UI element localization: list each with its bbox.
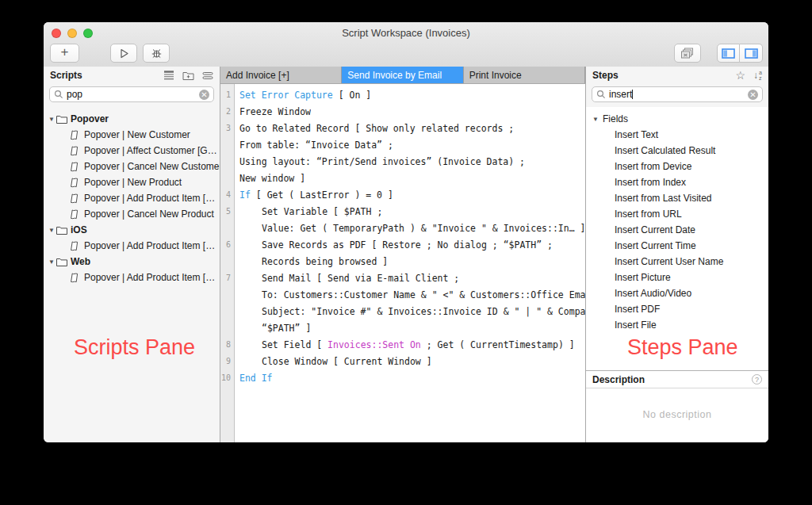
line-number: 6 (220, 240, 234, 249)
steps-header-icons: ☆ ↓ az (736, 70, 762, 81)
editor-line[interactable]: Using layout: “Print/Send invoices” (Inv… (220, 153, 585, 170)
toggle-right-pane-button[interactable] (740, 44, 763, 63)
step-item[interactable]: Insert Current Time (586, 238, 768, 254)
line-code: Freeze Window (234, 106, 311, 117)
editor-line[interactable]: 1Set Error Capture [ On ] (220, 86, 585, 103)
run-script-button[interactable] (110, 44, 137, 63)
editor-line[interactable]: 2Freeze Window (220, 103, 585, 120)
tree-script-row[interactable]: Popover | Add Product Item [… (44, 238, 220, 254)
line-number: 7 (220, 274, 234, 282)
tree-script-row[interactable]: Popover | Cancel New Product (44, 206, 220, 222)
step-item-label: Insert from Device (615, 161, 691, 172)
script-icon (69, 162, 80, 172)
script-icon (69, 178, 80, 188)
tree-script-row[interactable]: Popover | Affect Customer [G… (44, 143, 220, 159)
window-title: Script Workspace (Invoices) (44, 27, 768, 39)
tree-script-row[interactable]: Popover | New Customer (44, 127, 220, 143)
line-code: Go to Related Record [ Show only related… (234, 123, 514, 134)
step-item[interactable]: Insert from Device (586, 159, 768, 174)
clear-search-icon[interactable]: ✕ (199, 90, 209, 100)
disclosure-open-icon[interactable]: ▼ (48, 258, 56, 266)
tree-script-row[interactable]: Popover | Add Product Item [… (44, 190, 220, 206)
description-header: Description ? (586, 371, 768, 388)
script-workspace-window: Script Workspace (Invoices) + (44, 22, 768, 442)
scripts-search-input[interactable]: pop ✕ (49, 86, 214, 102)
step-item[interactable]: Insert from URL (586, 206, 768, 222)
step-item[interactable]: Insert Text (586, 127, 768, 143)
line-code: Records being browsed ] (234, 256, 388, 267)
view-options-icon[interactable] (202, 71, 213, 80)
editor-line[interactable]: 8Set Field [ Invoices::Sent On ; Get ( C… (220, 336, 585, 353)
tree-script-row[interactable]: Popover | Add Product Item [… (44, 270, 220, 285)
editor-line[interactable]: Subject: "Invoice #" & Invoices::Invoice… (220, 303, 585, 319)
description-title: Description (592, 374, 645, 385)
editor-line[interactable]: To: Customers::Customer Name & " <" & Cu… (220, 286, 585, 303)
list-view-icon[interactable] (163, 71, 174, 80)
folder-icon (56, 226, 67, 235)
line-number: 3 (220, 124, 234, 132)
script-label: Popover | Affect Customer [G… (84, 145, 217, 156)
editor-line[interactable]: 4If [ Get ( LastError ) = 0 ] (220, 186, 585, 203)
line-code: End If (234, 373, 273, 384)
tree-folder-row[interactable]: ▼Web (44, 254, 220, 270)
line-number: 1 (220, 90, 234, 99)
new-folder-icon[interactable] (182, 71, 194, 80)
folder-icon (56, 115, 67, 124)
editor-line[interactable]: “$PATH” ] (220, 319, 585, 336)
disclosure-open-icon[interactable]: ▼ (48, 227, 56, 234)
line-code: Set Error Capture [ On ] (234, 90, 371, 101)
tab-print-invoice[interactable]: Print Invoice (464, 67, 585, 83)
help-icon[interactable]: ? (752, 374, 762, 384)
folder-label: Web (71, 256, 90, 267)
line-code: Set Field [ Invoices::Sent On ; Get ( Cu… (234, 339, 575, 350)
editor-line[interactable]: Records being browsed ] (220, 253, 585, 270)
tree-folder-row[interactable]: ▼Popover (44, 111, 220, 127)
tab-add-invoice-[interactable]: Add Invoice [+] (220, 67, 342, 83)
editor-line[interactable]: From table: “Invoice Data” ; (220, 136, 585, 153)
step-item-label: Insert Picture (615, 272, 671, 283)
editor-line[interactable]: 3Go to Related Record [ Show only relate… (220, 120, 585, 136)
editor-line[interactable]: 7Send Mail [ Send via E-mail Client ; (220, 270, 585, 286)
step-item[interactable]: Insert Calculated Result (586, 143, 768, 159)
step-item-label: Insert Text (615, 129, 658, 140)
disclosure-open-icon[interactable]: ▼ (592, 116, 600, 123)
sort-az-icon[interactable]: ↓ az (753, 70, 762, 81)
step-item[interactable]: Insert File (586, 317, 768, 333)
script-tabbar: Add Invoice [+]Send Invoice by EmailPrin… (220, 67, 585, 84)
editor-line[interactable]: 9Close Window [ Current Window ] (220, 353, 585, 369)
editor-line[interactable]: Value: Get ( TemporaryPath ) & "Invoice … (220, 220, 585, 236)
step-item[interactable]: Insert Current Date (586, 222, 768, 238)
tree-script-row[interactable]: Popover | New Product (44, 174, 220, 190)
clear-search-icon[interactable]: ✕ (748, 90, 758, 100)
disclosure-open-icon[interactable]: ▼ (48, 116, 56, 123)
script-label: Popover | Cancel New Product (84, 209, 214, 220)
steps-search-input[interactable]: insert ✕ (592, 86, 763, 102)
favorites-star-icon[interactable]: ☆ (736, 70, 746, 81)
plus-icon: + (61, 44, 69, 60)
steps-group-row[interactable]: ▼Fields (586, 111, 768, 127)
toolbar: + (44, 44, 768, 66)
tab-send-invoice-by-email[interactable]: Send Invoice by Email (342, 67, 463, 83)
step-item-label: Insert from Last Visited (615, 193, 712, 204)
new-script-button[interactable]: + (50, 44, 79, 63)
tree-folder-row[interactable]: ▼iOS (44, 222, 220, 238)
step-item[interactable]: Insert from Last Visited (586, 190, 768, 206)
step-item[interactable]: Insert Current User Name (586, 254, 768, 270)
step-item[interactable]: Insert Picture (586, 270, 768, 285)
line-number: 4 (220, 190, 234, 199)
line-code: New window ] (234, 173, 305, 184)
debug-script-button[interactable] (143, 44, 170, 63)
toggle-left-pane-button[interactable] (717, 44, 740, 63)
editor-line[interactable]: 5Set Variable [ $PATH ; (220, 203, 585, 220)
tree-script-row[interactable]: Popover | Cancel New Customer (44, 159, 220, 174)
editor-line[interactable]: 6Save Records as PDF [ Restore ; No dial… (220, 236, 585, 253)
editor-line[interactable]: 10End If (220, 369, 585, 386)
script-editor: 1Set Error Capture [ On ]2Freeze Window3… (220, 84, 585, 442)
line-code: If [ Get ( LastError ) = 0 ] (234, 189, 393, 201)
titlebar: Script Workspace (Invoices) (44, 22, 768, 44)
step-item[interactable]: Insert Audio/Video (586, 285, 768, 301)
step-item[interactable]: Insert PDF (586, 301, 768, 317)
editor-line[interactable]: New window ] (220, 170, 585, 186)
step-item[interactable]: Insert from Index (586, 174, 768, 190)
close-all-windows-button[interactable] (674, 44, 701, 63)
